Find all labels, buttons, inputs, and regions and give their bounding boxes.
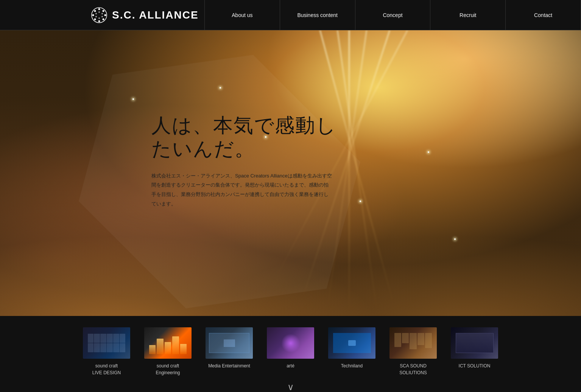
svg-point-2 — [103, 10, 104, 12]
card-techniland[interactable]: Techniland — [321, 327, 383, 369]
svg-point-6 — [94, 18, 96, 20]
scroll-arrow-area[interactable]: ∨ — [0, 376, 581, 392]
hero-content: 人は、本気で感動したいんだ。 株式会社エス・シー・アライアンス、Space Cr… — [151, 114, 356, 209]
svg-point-13 — [95, 16, 97, 17]
card-soundcraft-eng[interactable]: sound craftEngineering — [137, 327, 199, 376]
card-thumb-arte — [267, 327, 314, 359]
thumb-inner-2 — [144, 327, 192, 359]
hero-headline: 人は、本気で感動したいんだ。 — [151, 114, 356, 161]
nav-recruit[interactable]: Recruit — [430, 0, 505, 30]
card-label-sca: SCA SOUNDSOLIUTIONS — [399, 362, 427, 376]
svg-point-4 — [103, 18, 104, 20]
svg-point-8 — [94, 10, 96, 12]
card-label-arte: arté — [287, 362, 294, 369]
card-thumb-soundcraft-live — [83, 327, 130, 359]
thumb-screen — [209, 333, 249, 353]
sparkle-1 — [132, 98, 134, 100]
header: S.C. ALLIANCE About us Business content … — [0, 0, 581, 30]
card-thumb-ict — [451, 327, 498, 359]
svg-point-7 — [92, 14, 94, 16]
card-label-soundcraft-live: sound craftLIVE DESIGN — [92, 362, 121, 376]
card-thumb-techniland — [328, 327, 375, 359]
thumb-inner-3 — [206, 327, 253, 359]
svg-point-1 — [98, 8, 100, 10]
thumb-lights — [149, 332, 187, 354]
scroll-down-icon: ∨ — [287, 382, 294, 392]
cards-row: sound craftLIVE DESIGN sound craftEngine… — [0, 327, 581, 376]
nav-business[interactable]: Business content — [280, 0, 355, 30]
logo-text: S.C. ALLIANCE — [112, 9, 199, 21]
card-ict[interactable]: ICT SOLUTION — [444, 327, 505, 369]
thumb-inner-1 — [83, 327, 130, 359]
svg-point-14 — [101, 16, 103, 17]
nav-concept[interactable]: Concept — [355, 0, 430, 30]
thumb-stage — [333, 333, 371, 353]
card-thumb-soundcraft-eng — [144, 327, 192, 359]
sparkle-3 — [360, 201, 361, 202]
logo-icon — [91, 7, 107, 23]
bottom-section: sound craftLIVE DESIGN sound craftEngine… — [0, 316, 581, 392]
nav-contact[interactable]: Contact — [505, 0, 581, 30]
thumb-inner-6 — [389, 327, 437, 359]
hero-section: 人は、本気で感動したいんだ。 株式会社エス・シー・アライアンス、Space Cr… — [0, 30, 581, 316]
sparkle-5 — [454, 238, 456, 240]
thumb-inner-7 — [451, 327, 498, 359]
thumb-inner-5 — [328, 327, 375, 359]
svg-point-11 — [95, 13, 97, 14]
svg-point-5 — [98, 20, 100, 22]
thumb-inner-4 — [267, 327, 314, 359]
thumb-monitor — [456, 333, 494, 353]
card-label-techniland: Techniland — [341, 362, 363, 369]
main-nav: About us Business content Concept Recrui… — [204, 0, 581, 30]
nav-about[interactable]: About us — [204, 0, 280, 30]
card-label-ict: ICT SOLUTION — [459, 362, 491, 369]
svg-point-9 — [98, 11, 100, 13]
card-label-media: Media Entertainment — [208, 362, 250, 369]
card-thumb-sca — [389, 327, 437, 359]
thumb-seats — [88, 334, 126, 353]
card-media[interactable]: Media Entertainment — [199, 327, 260, 369]
thumb-mixer — [394, 333, 432, 353]
card-soundcraft-live[interactable]: sound craftLIVE DESIGN — [76, 327, 137, 376]
logo-area: S.C. ALLIANCE — [0, 7, 204, 23]
card-arte[interactable]: arté — [260, 327, 321, 369]
svg-point-10 — [98, 17, 100, 19]
svg-point-12 — [101, 13, 103, 14]
card-label-soundcraft-eng: sound craftEngineering — [156, 362, 180, 376]
thumb-purple-light — [281, 334, 300, 353]
svg-point-3 — [104, 14, 106, 16]
sparkle-6 — [220, 87, 221, 89]
card-thumb-media — [206, 327, 253, 359]
sparkle-2 — [428, 151, 429, 153]
hero-description: 株式会社エス・シー・アライアンス、Space Creators Alliance… — [151, 171, 333, 209]
card-sca[interactable]: SCA SOUNDSOLIUTIONS — [383, 327, 444, 376]
